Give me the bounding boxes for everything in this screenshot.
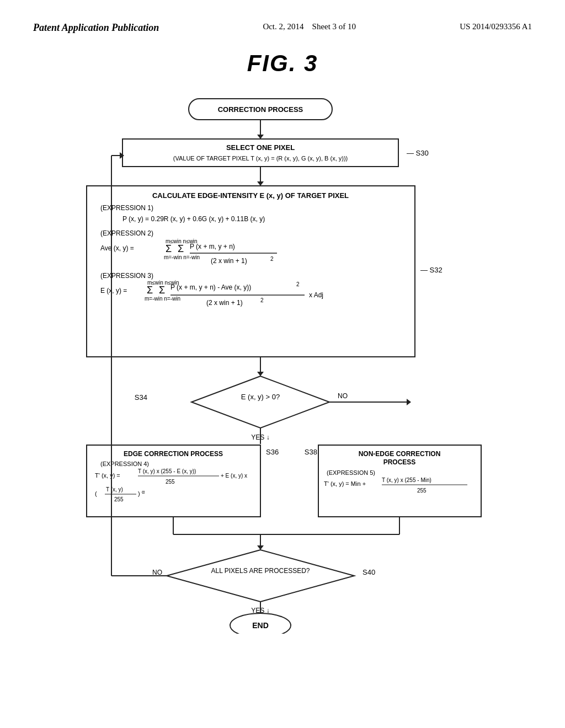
svg-text:(: ( [95, 490, 97, 497]
svg-text:2: 2 [270, 256, 274, 262]
svg-text:2: 2 [260, 297, 264, 303]
publication-date: Oct. 2, 2014 [263, 22, 303, 31]
svg-text:P (x + m, y + n): P (x + m, y + n) [190, 243, 235, 250]
svg-text:CORRECTION PROCESS: CORRECTION PROCESS [218, 105, 303, 114]
svg-text:(EXPRESSION 1): (EXPRESSION 1) [100, 204, 153, 212]
svg-text:E (x, y) =: E (x, y) = [100, 287, 127, 295]
svg-marker-38 [257, 372, 264, 376]
svg-text:Ave (x, y) =: Ave (x, y) = [100, 244, 134, 252]
svg-text:Σ: Σ [178, 243, 184, 254]
patent-number: US 2014/0293356 A1 [460, 22, 532, 31]
svg-text:α: α [142, 489, 145, 495]
svg-marker-39 [191, 376, 329, 428]
svg-text:— S30: — S30 [407, 149, 429, 157]
svg-marker-3 [257, 135, 264, 139]
svg-text:x Adj: x Adj [309, 291, 323, 299]
svg-text:Σ: Σ [147, 285, 153, 296]
svg-text:ALL PIXELS ARE PROCESSED?: ALL PIXELS ARE PROCESSED? [211, 567, 310, 575]
svg-text:P (x, y) = 0.29R (x, y) + 0.6G: P (x, y) = 0.29R (x, y) + 0.6G (x, y) + … [122, 215, 265, 223]
svg-text:Σ: Σ [166, 243, 172, 254]
svg-text:(EXPRESSION 3): (EXPRESSION 3) [100, 272, 153, 280]
svg-text:S34: S34 [135, 393, 147, 402]
page: Patent Application Publication Oct. 2, 2… [0, 0, 565, 728]
svg-text:CALCULATE EDGE-INTENSITY E (x,: CALCULATE EDGE-INTENSITY E (x, y) OF TAR… [152, 191, 349, 200]
svg-marker-9 [257, 181, 264, 186]
svg-text:(EXPRESSION 2): (EXPRESSION 2) [100, 229, 153, 237]
svg-text:255: 255 [417, 488, 427, 494]
publication-title: Patent Application Publication [33, 22, 159, 33]
svg-text:S38: S38 [305, 448, 317, 456]
svg-text:2: 2 [296, 281, 300, 287]
svg-text:(2 x win + 1): (2 x win + 1) [211, 257, 247, 265]
header-right: US 2014/0293356 A1 [460, 22, 532, 31]
svg-text:+ E (x, y) x: + E (x, y) x [221, 473, 247, 479]
svg-text:(2 x win + 1): (2 x win + 1) [206, 299, 243, 307]
svg-marker-45 [407, 399, 411, 405]
svg-text:(VALUE OF TARGET PIXEL T (x, y: (VALUE OF TARGET PIXEL T (x, y) = (R (x,… [173, 155, 348, 162]
svg-text:(EXPRESSION 4): (EXPRESSION 4) [100, 461, 149, 467]
svg-marker-77 [167, 550, 354, 602]
svg-text:255: 255 [166, 479, 175, 485]
svg-text:m=-win n=-win: m=-win n=-win [145, 296, 180, 302]
svg-text:Σ: Σ [159, 285, 165, 296]
svg-text:T' (x, y) =: T' (x, y) = [95, 472, 120, 479]
svg-text:PROCESS: PROCESS [383, 458, 416, 466]
svg-text:S36: S36 [266, 448, 279, 456]
svg-text:EDGE CORRECTION PROCESS: EDGE CORRECTION PROCESS [124, 450, 223, 458]
svg-text:NO: NO [152, 569, 162, 576]
sheet-info: Sheet 3 of 10 [312, 22, 356, 31]
header-center: Oct. 2, 2014 Sheet 3 of 10 [263, 22, 356, 31]
svg-text:P (x + m, y + n) - Ave (x, y)): P (x + m, y + n) - Ave (x, y)) [170, 283, 251, 291]
svg-text:T' (x, y) = Min +: T' (x, y) = Min + [324, 480, 366, 487]
svg-text:m=-win n=-win: m=-win n=-win [164, 254, 200, 260]
svg-text:): ) [138, 490, 140, 497]
svg-text:SELECT ONE PIXEL: SELECT ONE PIXEL [226, 143, 295, 152]
svg-text:E (x, y) > 0?: E (x, y) > 0? [241, 393, 280, 401]
flowchart-diagram: CORRECTION PROCESS SELECT ONE PIXEL (VAL… [56, 93, 509, 634]
svg-text:— S32: — S32 [420, 266, 443, 274]
svg-text:255: 255 [114, 496, 124, 502]
svg-text:T (x, y) x (255 - Min): T (x, y) x (255 - Min) [382, 477, 431, 483]
header: Patent Application Publication Oct. 2, 2… [33, 22, 532, 34]
header-left: Patent Application Publication [33, 22, 159, 34]
svg-text:T (x, y) x (255 - E (x, y)): T (x, y) x (255 - E (x, y)) [138, 468, 196, 474]
svg-text:NO: NO [338, 392, 348, 400]
svg-text:S40: S40 [363, 568, 375, 576]
svg-text:(EXPRESSION 5): (EXPRESSION 5) [327, 469, 375, 476]
svg-text:NON-EDGE CORRECTION: NON-EDGE CORRECTION [359, 450, 441, 458]
figure-title: FIG. 3 [33, 50, 532, 77]
svg-marker-74 [257, 545, 264, 550]
svg-text:T (x, y): T (x, y) [106, 486, 123, 493]
svg-text:END: END [252, 621, 269, 630]
